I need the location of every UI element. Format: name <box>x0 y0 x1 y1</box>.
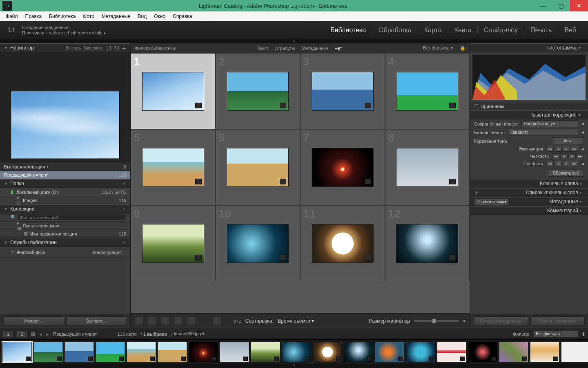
menu-window[interactable]: Окно <box>151 12 169 20</box>
histogram-header[interactable]: Гистограмма ▼ <box>470 43 588 52</box>
minimize-button[interactable]: — <box>534 0 552 11</box>
breadcrumb[interactable]: Предыдущий импорт <box>53 332 97 337</box>
prev-arrow-icon[interactable]: ◂ <box>39 331 42 337</box>
filmstrip-thumb[interactable] <box>2 342 32 362</box>
originals-checkbox[interactable]: Оригиналы <box>470 102 588 110</box>
filmstrip[interactable] <box>0 339 588 364</box>
collection-smart[interactable]: ▸ ▦ Смарт-коллекция <box>0 222 130 230</box>
filter-switch-icon[interactable]: ▮ <box>582 331 585 337</box>
close-button[interactable]: ✕ <box>570 0 588 11</box>
module-map[interactable]: Карта <box>418 27 448 34</box>
histogram[interactable] <box>472 55 586 100</box>
add-folder-icon[interactable]: ＋ <box>122 181 126 186</box>
exposure-stepper[interactable]: ◂◂◂▸▸▸ <box>546 146 578 152</box>
thumbnail-size-slider[interactable] <box>414 320 459 322</box>
grid-cell-8[interactable]: 8 <box>385 129 470 205</box>
filmstrip-thumb[interactable] <box>189 342 218 362</box>
filmstrip-thumb[interactable] <box>530 342 559 362</box>
sort-select[interactable]: Время съёмки ▾ <box>278 318 314 324</box>
chevron-icon[interactable]: ◂▸ <box>122 46 126 50</box>
folders-header[interactable]: ▼Папка ＋ <box>0 179 130 188</box>
filmstrip-thumb[interactable] <box>220 342 249 362</box>
chevron-left-icon[interactable]: ◂ <box>581 121 584 126</box>
filmstrip-thumb[interactable] <box>96 342 125 362</box>
filter-text[interactable]: Текст <box>257 46 269 51</box>
status-page-1[interactable]: 1 <box>3 331 13 337</box>
view-loupe-icon[interactable] <box>148 317 157 325</box>
module-develop[interactable]: Обработка <box>372 27 418 34</box>
filmstrip-thumb[interactable] <box>251 342 280 362</box>
module-book[interactable]: Книга <box>448 27 478 34</box>
preset-select[interactable]: Настройки по ум… <box>521 120 578 127</box>
collections-filter-input[interactable] <box>16 214 126 221</box>
menu-photo[interactable]: Фото <box>80 12 98 20</box>
filmstrip-thumb[interactable] <box>561 342 588 362</box>
keywords-header[interactable]: Ключевые слова ◂ <box>470 179 588 188</box>
collections-header[interactable]: ▼Коллекции ＋ <box>0 204 130 213</box>
filmstrip-thumb[interactable] <box>65 342 94 362</box>
filmstrip-thumb[interactable] <box>313 342 342 362</box>
grid-cell-9[interactable]: 9 <box>131 205 216 281</box>
chevron-left-icon[interactable]: ◂ <box>581 146 584 152</box>
grid-cell-6[interactable]: 6 <box>216 129 301 205</box>
module-slideshow[interactable]: Слайд-шоу <box>478 27 524 34</box>
module-library[interactable]: Библиотека <box>324 27 372 34</box>
quick-develop-header[interactable]: Быстрая коррекция ▼ <box>470 110 588 119</box>
lock-icon[interactable]: 🔒 <box>460 45 466 51</box>
menu-view[interactable]: Вид <box>135 12 150 20</box>
grid-cell-7[interactable]: 7 <box>300 129 385 205</box>
grid-cell-2[interactable]: 2 <box>216 53 301 129</box>
sort-direction-icon[interactable]: a↕z <box>234 318 241 324</box>
grid-cell-3[interactable]: 3 <box>300 53 385 129</box>
collapse-bottom[interactable]: ▾ <box>0 364 588 368</box>
filmstrip-thumb[interactable] <box>282 342 311 362</box>
grid-cell-11[interactable]: 11 <box>300 205 385 281</box>
filmstrip-thumb[interactable] <box>344 342 373 362</box>
clarity-stepper[interactable]: ◂◂◂▸▸▸ <box>552 153 584 159</box>
status-filter-select[interactable]: Без фильтра <box>533 330 578 337</box>
grid-cell-12[interactable]: 12 <box>385 205 470 281</box>
filmstrip-thumb[interactable] <box>499 342 528 362</box>
grid-cell-1[interactable]: 1 <box>131 53 216 129</box>
filter-preset[interactable]: Без фильтра ▾ <box>423 45 453 51</box>
view-compare-icon[interactable] <box>161 317 170 325</box>
filmstrip-thumb[interactable] <box>375 342 404 362</box>
navigator-preview[interactable] <box>0 52 130 163</box>
menu-edit[interactable]: Правка <box>22 12 45 20</box>
chevron-left-icon[interactable]: ◂ <box>581 161 584 166</box>
add-collection-icon[interactable]: ＋ <box>122 206 126 212</box>
module-web[interactable]: Веб <box>558 27 582 34</box>
module-print[interactable]: Печать <box>524 27 558 34</box>
sync-settings-button[interactable]: Синхр. настройки <box>530 316 585 325</box>
grid-cell-4[interactable]: 4 <box>385 53 470 129</box>
menu-file[interactable]: Файл <box>2 12 21 20</box>
maximize-button[interactable]: ▢ <box>552 0 570 11</box>
sync-metadata-button[interactable]: Синхр. метаданные <box>473 316 528 325</box>
reset-all-button[interactable]: Сбросить всё <box>548 170 584 177</box>
painter-icon[interactable] <box>212 317 221 325</box>
publish-harddisk[interactable]: 🖴 Жёсткий диск Конфигурация… <box>0 247 130 258</box>
menu-help[interactable]: Справка <box>169 12 195 20</box>
add-publish-icon[interactable]: ＋ <box>122 240 126 245</box>
filter-none[interactable]: Нет <box>334 46 342 51</box>
folder-images[interactable]: ▸ 🗀 Images 116 <box>0 196 130 204</box>
metadata-preset-select[interactable]: По умолчанию ▾ <box>474 198 509 205</box>
grid-cell-5[interactable]: 5 <box>131 129 216 205</box>
collapse-top[interactable]: ▴ <box>0 39 588 43</box>
filmstrip-thumb[interactable] <box>437 342 466 362</box>
filmstrip-thumb[interactable] <box>127 342 156 362</box>
grid-icon[interactable]: ▦ <box>31 331 35 337</box>
grid-cell-10[interactable]: 10 <box>216 205 301 281</box>
comments-header[interactable]: Комментарий ◂ <box>470 206 588 215</box>
chevron-left-icon[interactable]: ◂ <box>581 130 584 135</box>
filmstrip-thumb[interactable] <box>33 342 63 362</box>
view-people-icon[interactable] <box>187 317 196 325</box>
filter-attributes[interactable]: Атрибуты <box>275 46 295 51</box>
publish-header[interactable]: ▼Службы публикации ＋ <box>0 238 130 247</box>
auto-tone-button[interactable]: Авто <box>552 137 584 144</box>
filmstrip-thumb[interactable] <box>406 342 435 362</box>
toolbar-menu-icon[interactable]: ▾ <box>463 318 466 324</box>
keyword-list-header[interactable]: ＋Список ключевых слов ◂ <box>470 188 588 197</box>
view-survey-icon[interactable] <box>174 317 183 325</box>
wb-select[interactable]: Как снято <box>508 129 578 136</box>
